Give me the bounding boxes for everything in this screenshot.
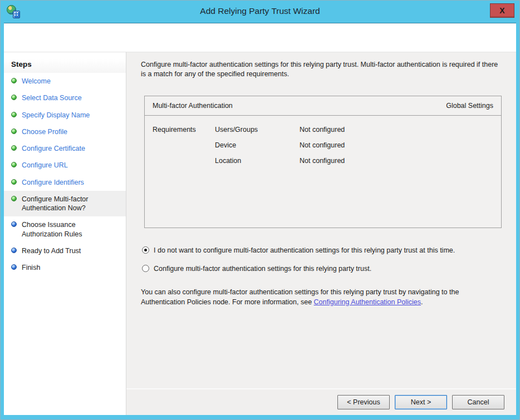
table-row: Requirements Users/Groups Not configured: [153, 126, 493, 134]
sidebar-item-choose-issuance-authorization-rules: Choose Issuance Authorization Rules: [4, 216, 126, 243]
sidebar-item-ready-to-add-trust: Ready to Add Trust: [4, 243, 126, 259]
requirement-value: Not configured: [300, 126, 493, 134]
wizard-window: Add Relying Party Trust Wizard x Steps W…: [0, 0, 520, 420]
content-main: Configure multi-factor authentication se…: [126, 52, 516, 388]
sidebar-item-configure-certificate[interactable]: Configure Certificate: [4, 140, 126, 157]
requirement-name: Location: [215, 157, 300, 165]
radio-configure-mfa-label: Configure multi-factor authentication se…: [154, 264, 371, 273]
step-upcoming-icon: [11, 221, 17, 227]
step-upcoming-icon: [11, 248, 17, 253]
sidebar-item-label: Welcome: [22, 77, 51, 86]
sidebar-item-select-data-source[interactable]: Select Data Source: [4, 90, 126, 106]
step-done-icon: [11, 112, 17, 117]
requirement-name: Users/Groups: [215, 126, 300, 134]
sidebar-item-label: Select Data Source: [22, 93, 82, 102]
next-button[interactable]: Next >: [395, 395, 447, 409]
note-text-after: .: [421, 298, 423, 306]
sidebar-item-configure-url[interactable]: Configure URL: [4, 157, 126, 174]
radio-skip-mfa-label: I do not want to configure multi-factor …: [154, 246, 455, 255]
radio-selected-icon[interactable]: [142, 246, 149, 254]
steps-heading: Steps: [4, 59, 126, 73]
previous-button[interactable]: < Previous: [337, 395, 390, 409]
requirements-label-spacer: [153, 157, 215, 165]
titlebar[interactable]: Add Relying Party Trust Wizard x: [1, 1, 519, 23]
sidebar-item-label: Configure URL: [22, 161, 68, 170]
requirement-name: Device: [215, 141, 300, 149]
content-pane: Configure multi-factor authentication se…: [126, 52, 516, 415]
footer-note: You can also configure multi-factor auth…: [141, 288, 502, 307]
intro-text: Configure multi-factor authentication se…: [141, 60, 502, 79]
configuring-authentication-policies-link[interactable]: Configuring Authentication Policies: [314, 298, 421, 306]
steps-sidebar: Steps Welcome Select Data Source Specify…: [4, 52, 126, 415]
sidebar-item-label: Choose Issuance Authorization Rules: [22, 220, 115, 239]
sidebar-item-label: Configure Identifiers: [22, 178, 84, 187]
sidebar-item-configure-identifiers[interactable]: Configure Identifiers: [4, 174, 126, 191]
sidebar-item-configure-multi-factor-authentication-now[interactable]: Configure Multi-factor Authentication No…: [4, 191, 126, 217]
mfa-table-body: Requirements Users/Groups Not configured…: [145, 116, 501, 182]
mfa-table-header: Multi-factor Authentication Global Setti…: [145, 96, 501, 116]
sidebar-item-label: Finish: [22, 263, 40, 272]
close-button[interactable]: x: [490, 3, 514, 18]
mfa-settings-table: Multi-factor Authentication Global Setti…: [144, 96, 502, 228]
table-header-global-settings: Global Settings: [446, 102, 493, 110]
sidebar-item-specify-display-name[interactable]: Specify Display Name: [4, 107, 126, 123]
step-upcoming-icon: [11, 264, 17, 270]
step-done-icon: [11, 78, 17, 83]
step-done-icon: [11, 129, 17, 134]
radio-unselected-icon[interactable]: [142, 265, 149, 272]
sidebar-item-label: Configure Multi-factor Authentication No…: [22, 195, 115, 213]
requirements-label-spacer: [153, 141, 215, 149]
radio-configure-mfa[interactable]: Configure multi-factor authentication se…: [142, 264, 502, 273]
sidebar-item-welcome[interactable]: Welcome: [4, 73, 126, 90]
sidebar-item-label: Specify Display Name: [22, 111, 90, 120]
window-body: Steps Welcome Select Data Source Specify…: [4, 23, 516, 415]
step-done-icon: [11, 145, 17, 151]
main-row: Steps Welcome Select Data Source Specify…: [4, 52, 516, 415]
step-done-icon: [11, 95, 17, 100]
table-row: Device Not configured: [153, 141, 493, 149]
requirement-value: Not configured: [300, 141, 493, 149]
requirements-label: Requirements: [153, 126, 215, 134]
sidebar-item-choose-profile[interactable]: Choose Profile: [4, 123, 126, 140]
window-title: Add Relying Party Trust Wizard: [1, 6, 519, 16]
step-current-icon: [11, 196, 17, 201]
radio-skip-mfa[interactable]: I do not want to configure multi-factor …: [142, 246, 502, 255]
sidebar-item-label: Configure Certificate: [22, 144, 85, 153]
sidebar-item-label: Ready to Add Trust: [22, 246, 81, 255]
sidebar-item-finish: Finish: [4, 259, 126, 276]
sidebar-item-label: Choose Profile: [22, 127, 67, 136]
table-header-mfa: Multi-factor Authentication: [153, 102, 233, 110]
requirement-value: Not configured: [300, 157, 493, 165]
step-done-icon: [11, 162, 17, 167]
header-band: [4, 23, 516, 52]
table-row: Location Not configured: [153, 157, 493, 165]
step-done-icon: [11, 179, 17, 185]
cancel-button[interactable]: Cancel: [452, 395, 504, 409]
mfa-choice-radio-group: I do not want to configure multi-factor …: [142, 246, 502, 274]
button-bar: < Previous Next > Cancel: [126, 388, 516, 415]
